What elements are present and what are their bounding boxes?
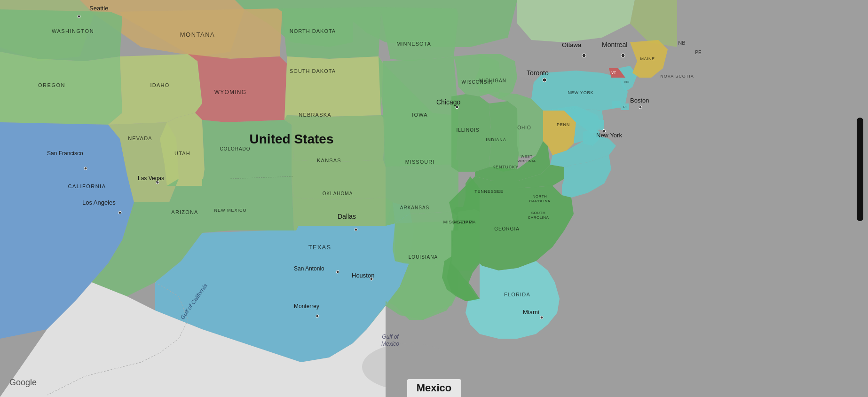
svg-text:INDIANA: INDIANA bbox=[486, 137, 506, 142]
svg-text:MONTANA: MONTANA bbox=[180, 31, 215, 38]
svg-text:Houston: Houston bbox=[352, 272, 374, 279]
svg-text:LOUISIANA: LOUISIANA bbox=[409, 254, 438, 260]
svg-text:Miami: Miami bbox=[523, 309, 539, 316]
map-container: United States WASHINGTON OREGON CALIFORN… bbox=[0, 0, 868, 397]
svg-text:MISSOURI: MISSOURI bbox=[405, 159, 434, 165]
svg-text:OKLAHOMA: OKLAHOMA bbox=[323, 191, 353, 196]
svg-text:NEW YORK: NEW YORK bbox=[568, 90, 593, 95]
svg-text:RI: RI bbox=[623, 105, 627, 109]
scrollbar-pill[interactable] bbox=[857, 118, 863, 221]
svg-text:ARKANSAS: ARKANSAS bbox=[400, 205, 429, 210]
svg-text:VT: VT bbox=[611, 71, 616, 75]
svg-text:Toronto: Toronto bbox=[527, 69, 549, 77]
svg-rect-3 bbox=[677, 0, 868, 397]
svg-text:Montreal: Montreal bbox=[602, 41, 627, 48]
svg-point-74 bbox=[316, 315, 319, 318]
svg-text:NORTH DAKOTA: NORTH DAKOTA bbox=[290, 28, 336, 34]
svg-text:CALIFORNIA: CALIFORNIA bbox=[68, 183, 106, 189]
svg-text:MINNESOTA: MINNESOTA bbox=[396, 41, 431, 47]
svg-point-84 bbox=[582, 54, 586, 57]
svg-text:SOUTH: SOUTH bbox=[531, 211, 546, 215]
svg-text:Dallas: Dallas bbox=[338, 213, 356, 220]
svg-text:NEVADA: NEVADA bbox=[128, 135, 152, 141]
svg-text:TEXAS: TEXAS bbox=[308, 244, 331, 251]
svg-text:Boston: Boston bbox=[630, 97, 649, 104]
svg-text:IOWA: IOWA bbox=[412, 112, 428, 118]
svg-rect-6 bbox=[600, 120, 604, 130]
svg-text:MAINE: MAINE bbox=[640, 56, 655, 61]
svg-text:TENNESSEE: TENNESSEE bbox=[474, 189, 504, 194]
svg-text:ARIZONA: ARIZONA bbox=[171, 209, 198, 215]
svg-point-86 bbox=[621, 54, 625, 57]
svg-point-80 bbox=[639, 106, 642, 109]
svg-point-68 bbox=[355, 228, 357, 231]
svg-text:OREGON: OREGON bbox=[38, 82, 65, 88]
usa-map-svg[interactable]: United States WASHINGTON OREGON CALIFORN… bbox=[0, 0, 868, 397]
svg-text:NORTH: NORTH bbox=[533, 194, 547, 198]
svg-text:KENTUCKY: KENTUCKY bbox=[492, 165, 518, 169]
svg-text:San Antonio: San Antonio bbox=[294, 265, 324, 272]
svg-text:Seattle: Seattle bbox=[89, 5, 108, 12]
svg-text:CAROLINA: CAROLINA bbox=[529, 199, 551, 203]
svg-text:MICHIGAN: MICHIGAN bbox=[479, 78, 506, 83]
svg-point-62 bbox=[118, 211, 121, 214]
svg-text:ALABAMA: ALABAMA bbox=[453, 220, 476, 224]
svg-text:Mexico: Mexico bbox=[381, 341, 399, 347]
svg-text:NOVA SCOTIA: NOVA SCOTIA bbox=[660, 74, 694, 79]
mexico-label: Mexico bbox=[407, 379, 461, 397]
svg-text:PENN: PENN bbox=[557, 122, 570, 127]
svg-text:ILLINOIS: ILLINOIS bbox=[456, 127, 479, 133]
svg-text:NB: NB bbox=[678, 40, 685, 46]
svg-text:COLORADO: COLORADO bbox=[220, 146, 250, 151]
svg-text:WEST: WEST bbox=[521, 154, 532, 159]
svg-text:San Francisco: San Francisco bbox=[47, 150, 83, 157]
svg-point-70 bbox=[336, 270, 339, 273]
svg-text:WASHINGTON: WASHINGTON bbox=[52, 28, 94, 34]
google-logo: Google bbox=[9, 378, 37, 388]
svg-text:NEBRASKA: NEBRASKA bbox=[299, 112, 331, 118]
svg-point-82 bbox=[543, 78, 546, 82]
svg-text:OHIO: OHIO bbox=[517, 125, 531, 130]
svg-text:Gulf of: Gulf of bbox=[382, 333, 399, 340]
svg-text:VIRGINIA: VIRGINIA bbox=[517, 159, 536, 163]
svg-text:PE: PE bbox=[695, 50, 702, 55]
svg-text:KANSAS: KANSAS bbox=[317, 158, 341, 163]
svg-point-60 bbox=[84, 167, 87, 170]
svg-text:New York: New York bbox=[596, 132, 622, 139]
svg-point-66 bbox=[456, 106, 458, 109]
svg-text:NEW MEXICO: NEW MEXICO bbox=[214, 208, 246, 213]
svg-text:WYOMING: WYOMING bbox=[214, 89, 246, 95]
svg-text:Chicago: Chicago bbox=[436, 98, 461, 106]
svg-text:CAROLINA: CAROLINA bbox=[528, 215, 549, 220]
svg-rect-5 bbox=[612, 101, 621, 108]
svg-text:Los Angeles: Los Angeles bbox=[82, 199, 116, 206]
svg-text:GEORGIA: GEORGIA bbox=[494, 226, 520, 231]
country-label: United States bbox=[250, 132, 334, 146]
svg-text:Ottawa: Ottawa bbox=[562, 41, 582, 48]
svg-text:NH: NH bbox=[624, 80, 629, 84]
svg-text:Monterrey: Monterrey bbox=[294, 303, 319, 310]
svg-text:UTAH: UTAH bbox=[174, 151, 190, 156]
svg-text:IDAHO: IDAHO bbox=[150, 82, 170, 88]
svg-point-58 bbox=[78, 15, 80, 18]
svg-text:SOUTH DAKOTA: SOUTH DAKOTA bbox=[290, 68, 336, 74]
svg-point-76 bbox=[540, 316, 543, 319]
svg-text:FLORIDA: FLORIDA bbox=[504, 292, 530, 297]
svg-text:Las Vegas: Las Vegas bbox=[138, 175, 164, 182]
